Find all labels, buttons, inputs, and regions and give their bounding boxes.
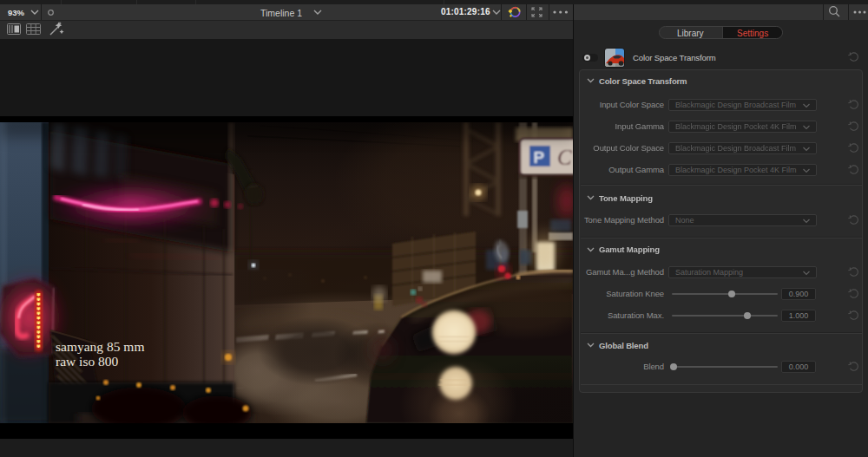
svg-text:C: C <box>557 146 572 169</box>
svg-text:P: P <box>534 148 545 166</box>
